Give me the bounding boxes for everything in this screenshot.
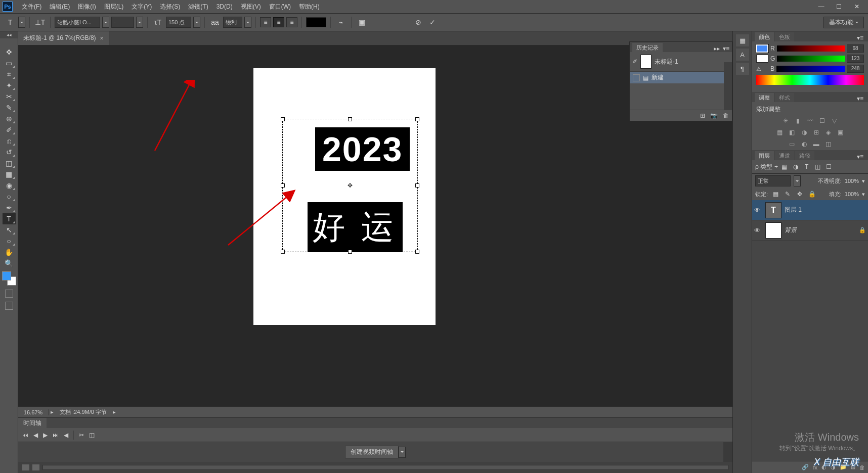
handle-s[interactable] — [348, 250, 352, 254]
r-slider[interactable] — [777, 45, 845, 52]
quickmask-button[interactable] — [5, 290, 13, 298]
doc-info-menu[interactable]: ▸ — [111, 409, 118, 415]
stamp-tool[interactable]: ⎌ — [3, 135, 16, 147]
handle-ne[interactable] — [415, 117, 419, 121]
menu-select[interactable]: 选择(S) — [156, 0, 184, 13]
color-swatch[interactable] — [2, 271, 16, 286]
zoom-tool[interactable]: 🔍 — [3, 258, 16, 269]
timeline-scrollbar[interactable] — [723, 442, 732, 462]
screenmode-button[interactable] — [5, 302, 13, 310]
move-tool[interactable]: ✥ — [3, 46, 16, 58]
cancel-button[interactable]: ⊘ — [412, 16, 424, 28]
pen-tool[interactable]: ✒ — [3, 202, 16, 213]
adjust-panel-menu[interactable]: ▾≡ — [855, 95, 865, 102]
g-value[interactable]: 123 — [847, 55, 864, 63]
history-brush-tool[interactable]: ↺ — [3, 147, 16, 158]
adj-hue[interactable]: ▦ — [775, 128, 785, 137]
adj-vibrance[interactable]: ▽ — [830, 116, 839, 125]
align-left-button[interactable]: ≡ — [260, 17, 271, 27]
timeline-mode-icon[interactable] — [22, 464, 29, 470]
adj-selective[interactable]: ◫ — [824, 139, 833, 149]
adj-exposure[interactable]: ☐ — [818, 116, 827, 125]
adj-brightness[interactable]: ☀ — [782, 116, 791, 125]
filter-type[interactable]: T — [802, 162, 811, 171]
tab-history[interactable]: 历史记录 — [632, 43, 663, 52]
layer-row-bg[interactable]: 👁 背景 🔒 — [752, 220, 868, 241]
tab-paths[interactable]: 路径 — [795, 151, 814, 160]
font-size-dropdown[interactable] — [193, 17, 200, 28]
fg-swatch[interactable] — [756, 44, 768, 53]
type-tool[interactable]: T — [3, 213, 16, 224]
next-frame-button[interactable]: ⏭ — [53, 432, 59, 439]
history-collapse[interactable]: ▸▸ — [714, 45, 720, 52]
go-end-button[interactable]: ◀ — [64, 432, 68, 439]
visibility-toggle-bg[interactable]: 👁 — [754, 227, 762, 234]
gradient-tool[interactable]: ▦ — [3, 169, 16, 180]
link-layers-button[interactable]: 🔗 — [802, 464, 809, 470]
font-family-field[interactable]: 站酷小薇LO... — [55, 17, 100, 28]
handle-e[interactable] — [415, 183, 419, 187]
eraser-tool[interactable]: ◫ — [3, 158, 16, 169]
path-select-tool[interactable]: ↖ — [3, 224, 16, 235]
tab-close-button[interactable]: × — [100, 35, 104, 42]
menu-edit[interactable]: 编辑(E) — [46, 0, 74, 13]
delete-state-button[interactable]: 🗑 — [723, 112, 729, 119]
lock-all[interactable]: 🔒 — [807, 190, 816, 199]
adj-photo-filter[interactable]: ◑ — [800, 128, 809, 137]
menu-filter[interactable]: 滤镜(T) — [184, 0, 212, 13]
play-button[interactable]: ▶ — [43, 432, 48, 439]
tool-preset-icon[interactable]: T — [4, 16, 16, 28]
text-color-swatch[interactable] — [306, 17, 326, 27]
opacity-value[interactable]: 100% — [845, 178, 859, 184]
menu-window[interactable]: 窗口(W) — [265, 0, 295, 13]
spectrum-ramp[interactable] — [756, 75, 864, 85]
menu-view[interactable]: 视图(V) — [237, 0, 265, 13]
tab-adjustments[interactable]: 调整 — [755, 93, 774, 102]
history-document-row[interactable]: ✐ 未标题-1 — [630, 52, 732, 72]
blend-mode-dropdown[interactable] — [794, 175, 801, 186]
lock-position[interactable]: ✥ — [795, 190, 804, 199]
text-orientation-button[interactable]: ⊥T — [34, 16, 46, 28]
color-panel-menu[interactable]: ▾≡ — [855, 34, 865, 41]
snapshot-thumb[interactable] — [640, 55, 652, 69]
adj-channel-mixer[interactable]: ⊞ — [812, 128, 821, 137]
brush-tool[interactable]: ✐ — [3, 124, 16, 135]
menu-layer[interactable]: 图层(L) — [100, 0, 128, 13]
font-style-dropdown[interactable] — [136, 17, 143, 28]
history-step-new[interactable]: ▤ 新建 — [630, 72, 732, 83]
hand-tool[interactable]: ✋ — [3, 247, 16, 258]
tab-layers[interactable]: 图层 — [755, 151, 774, 160]
timeline-zoom-icon[interactable] — [32, 464, 39, 470]
crop-tool[interactable]: ✂ — [3, 91, 16, 102]
menu-image[interactable]: 图像(I) — [74, 0, 100, 13]
adj-posterize[interactable]: ▭ — [788, 139, 797, 149]
adj-color-lookup[interactable]: ◈ — [824, 128, 833, 137]
create-timeline-button[interactable]: 创建视频时间轴 — [345, 446, 399, 458]
history-panel-menu[interactable]: ▾≡ — [723, 45, 729, 52]
split-button[interactable]: ✂ — [79, 432, 84, 439]
blur-tool[interactable]: ◉ — [3, 180, 16, 191]
adj-invert[interactable]: ▣ — [836, 128, 845, 137]
tab-styles[interactable]: 样式 — [775, 93, 794, 102]
r-value[interactable]: 68 — [847, 44, 864, 53]
go-start-button[interactable]: ⏮ — [22, 432, 28, 439]
menu-3d[interactable]: 3D(D) — [212, 0, 237, 13]
font-family-dropdown[interactable] — [102, 17, 109, 28]
tab-channels[interactable]: 通道 — [775, 151, 794, 160]
filter-smart[interactable]: ☐ — [824, 162, 834, 171]
filter-shape[interactable]: ◫ — [813, 162, 822, 171]
font-size-field[interactable]: 150 点 — [166, 17, 191, 28]
antialias-dropdown[interactable] — [244, 17, 251, 28]
heal-tool[interactable]: ⊕ — [3, 113, 16, 124]
menu-type[interactable]: 文字(Y) — [127, 0, 156, 13]
visibility-toggle[interactable]: 👁 — [754, 207, 762, 214]
g-slider[interactable] — [777, 56, 845, 62]
maximize-button[interactable]: ☐ — [830, 2, 848, 12]
b-slider[interactable] — [776, 66, 845, 72]
layer-thumb-text[interactable]: T — [765, 202, 782, 218]
adj-levels[interactable]: ▮ — [794, 116, 803, 125]
new-doc-from-state[interactable]: ⊞ — [700, 112, 705, 119]
tab-color[interactable]: 颜色 — [755, 32, 774, 41]
filter-pixel[interactable]: ▦ — [780, 162, 789, 171]
collapsed-panel-1[interactable]: ▦ — [736, 34, 749, 46]
